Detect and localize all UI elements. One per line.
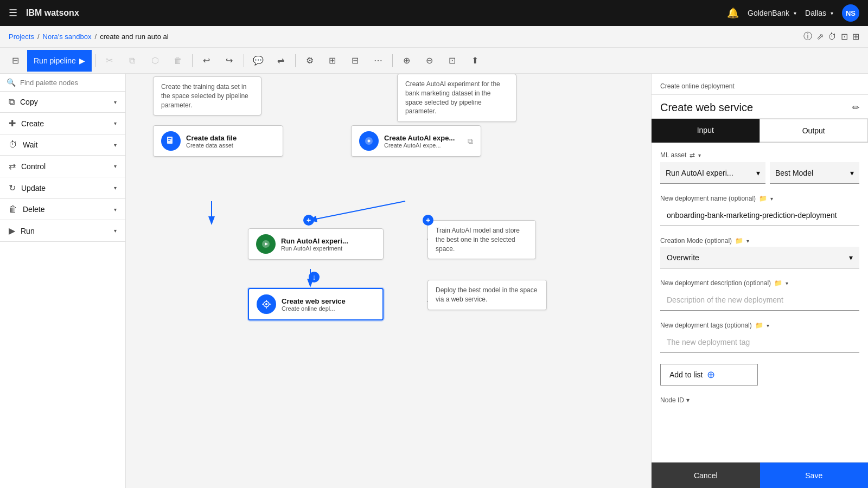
grid-icon[interactable]: ⊞	[852, 31, 859, 42]
view-icon[interactable]: ⊡	[841, 31, 848, 42]
node-create-web-service[interactable]: Create web service Create online depl...	[248, 288, 384, 320]
right-panel: Create online deployment Create web serv…	[651, 74, 868, 488]
breadcrumb-projects[interactable]: Projects	[9, 33, 34, 41]
top-navigation: ☰ IBM watsonx 🔔 GoldenBank ▾ Dallas ▾ NS	[0, 0, 868, 26]
redo-button[interactable]: ↪	[219, 50, 240, 72]
deployment-name-chevron-icon[interactable]: ▾	[770, 196, 773, 202]
node-create-data-title: Create data file	[186, 134, 237, 142]
sidebar-category-control[interactable]: ⇄ Control ▾	[0, 156, 125, 177]
creation-mode-folder-icon[interactable]: 📁	[735, 237, 743, 245]
run-pipeline-button[interactable]: Run pipeline ▶	[27, 50, 92, 72]
node-create-autoai-title: Create AutoAI expe...	[384, 134, 455, 142]
run-label: Run	[21, 227, 35, 235]
history-icon[interactable]: ⏱	[828, 32, 837, 42]
breadcrumb: Projects / Nora's sandbox / create and r…	[0, 26, 868, 48]
node-run-autoai-subtitle: Run AutoAI experiment	[281, 245, 348, 252]
delete-cat-icon: 🗑	[9, 204, 17, 214]
account-selector[interactable]: GoldenBank ▾	[748, 9, 796, 17]
tab-output[interactable]: Output	[760, 119, 869, 143]
save-button[interactable]: Save	[760, 463, 869, 488]
sidebar-category-wait[interactable]: ⏱ Wait ▾	[0, 134, 125, 156]
notification-icon[interactable]: 🔔	[727, 7, 739, 19]
info-bubble-run-autoai: Train AutoAI model and store the best on…	[427, 220, 536, 259]
ml-asset-chevron-icon[interactable]: ▾	[698, 152, 701, 158]
creation-mode-select[interactable]: Overwrite ▾	[660, 247, 859, 268]
description-folder-icon[interactable]: 📁	[774, 279, 782, 287]
breadcrumb-sandbox[interactable]: Nora's sandbox	[43, 33, 92, 41]
cancel-button[interactable]: Cancel	[652, 463, 760, 488]
copy-button[interactable]: ⧉	[122, 50, 143, 72]
ml-asset-select-1[interactable]: Run AutoAI experi... ▾	[660, 162, 765, 184]
deployment-tags-input[interactable]	[660, 331, 859, 353]
deployment-name-input[interactable]	[660, 204, 859, 226]
nav-right: 🔔 GoldenBank ▾ Dallas ▾ NS	[727, 4, 859, 22]
account-name: GoldenBank	[748, 9, 789, 17]
update-label: Update	[21, 184, 46, 192]
wait-label: Wait	[23, 140, 37, 149]
creation-mode-chevron-icon[interactable]: ▾	[746, 238, 749, 244]
comment-button[interactable]: 💬	[247, 50, 269, 72]
zoom-out-button[interactable]: ⊖	[419, 50, 441, 72]
region-selector[interactable]: Dallas ▾	[805, 9, 833, 17]
connector-down-1[interactable]: ↓	[309, 272, 320, 282]
add-to-list-button[interactable]: Add to list ⊕	[660, 364, 758, 386]
control-cat-icon: ⇄	[9, 161, 16, 171]
deployment-description-input[interactable]	[660, 289, 859, 311]
toolbar-separator-5	[392, 54, 393, 67]
more-options-button[interactable]: ⋯	[367, 50, 389, 72]
deployment-name-group: New deployment name (optional) 📁 ▾	[660, 195, 859, 226]
layout-button[interactable]: ⊟	[344, 50, 366, 72]
toggle-panel-button[interactable]: ⊟	[4, 50, 26, 72]
sidebar-category-update[interactable]: ↻ Update ▾	[0, 177, 125, 199]
sidebar-category-delete[interactable]: 🗑 Delete ▾	[0, 199, 125, 220]
node-create-autoai[interactable]: Create AutoAI expe... Create AutoAI expe…	[351, 125, 481, 157]
filter-button[interactable]: ⇌	[270, 50, 292, 72]
breadcrumb-sep-2: /	[95, 33, 97, 41]
run-icon: ▶	[79, 56, 85, 65]
control-label: Control	[21, 162, 46, 171]
creation-mode-label: Creation Mode (optional) 📁 ▾	[660, 237, 859, 245]
sidebar-category-copy[interactable]: ⧉ Copy ▾	[0, 92, 125, 113]
connector-plus-2[interactable]: +	[423, 215, 433, 226]
node-run-autoai[interactable]: Run AutoAI experi... Run AutoAI experime…	[248, 228, 384, 260]
deployment-name-folder-icon[interactable]: 📁	[759, 195, 767, 202]
undo-button[interactable]: ↩	[196, 50, 218, 72]
paste-button[interactable]: ⬡	[144, 50, 166, 72]
hamburger-icon[interactable]: ☰	[9, 7, 17, 19]
zoom-in-button[interactable]: ⊕	[396, 50, 418, 72]
sidebar-category-create[interactable]: ✚ Create ▾	[0, 113, 125, 134]
palette-search[interactable]: 🔍	[0, 74, 125, 92]
share-icon[interactable]: ⇗	[816, 31, 824, 42]
ml-asset-transfer-icon[interactable]: ⇄	[690, 151, 695, 159]
canvas-area[interactable]: Create the training data set in the spac…	[126, 74, 651, 488]
panel-title-row: Create web service ✏	[652, 95, 868, 119]
node-web-service-title: Create web service	[282, 297, 346, 305]
settings-button[interactable]: ⚙	[299, 50, 321, 72]
search-input[interactable]	[20, 79, 119, 87]
delete-button[interactable]: 🗑	[167, 50, 189, 72]
sidebar-category-run[interactable]: ▶ Run ▾	[0, 220, 125, 242]
panel-edit-icon[interactable]: ✏	[852, 102, 859, 113]
tab-input[interactable]: Input	[652, 119, 760, 143]
update-cat-icon: ↻	[9, 183, 16, 193]
add-to-list-group: Add to list ⊕	[660, 364, 859, 386]
left-sidebar: 🔍 ⧉ Copy ▾ ✚ Create ▾	[0, 74, 126, 488]
avatar[interactable]: NS	[842, 4, 859, 22]
tags-folder-icon[interactable]: 📁	[755, 322, 763, 329]
tags-chevron-icon[interactable]: ▾	[767, 323, 769, 329]
update-chevron-icon: ▾	[114, 185, 117, 191]
grid-view-button[interactable]: ⊞	[322, 50, 343, 72]
info-bubble-create-autoai: Create AutoAI experiment for the bank ma…	[397, 74, 516, 122]
info-icon[interactable]: ⓘ	[803, 31, 812, 42]
creation-mode-group: Creation Mode (optional) 📁 ▾ Overwrite ▾	[660, 237, 859, 268]
connector-plus-1[interactable]: +	[303, 215, 314, 226]
ml-asset-select-2[interactable]: Best Model ▾	[770, 162, 859, 184]
cut-button[interactable]: ✂	[99, 50, 120, 72]
brand-logo: IBM watsonx	[26, 8, 718, 18]
creation-mode-select-chevron: ▾	[849, 253, 853, 262]
node-create-data-file[interactable]: Create data file Create data asset	[153, 125, 283, 157]
node-copy-icon[interactable]: ⧉	[468, 137, 473, 146]
description-chevron-icon[interactable]: ▾	[786, 280, 788, 286]
fit-button[interactable]: ⊡	[442, 50, 463, 72]
export-button[interactable]: ⬆	[464, 50, 486, 72]
